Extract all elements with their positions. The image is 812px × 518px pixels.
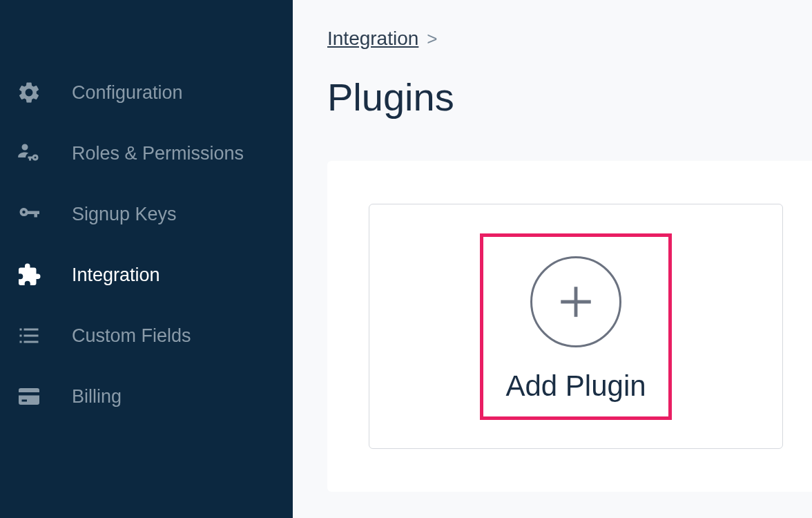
sidebar-item-custom-fields[interactable]: Custom Fields [0,305,293,366]
sidebar-item-signup-keys[interactable]: Signup Keys [0,184,293,244]
breadcrumb-separator: > [427,28,437,50]
main-content: Integration > Plugins Add Plugin [293,0,812,518]
sidebar-item-billing[interactable]: Billing [0,366,293,427]
sidebar-item-label: Integration [72,265,160,286]
puzzle-icon [15,261,43,289]
list-icon [15,322,43,349]
sidebar: Configuration Roles & Permissions Signup… [0,0,293,518]
sidebar-item-label: Configuration [72,82,183,104]
add-plugin-label: Add Plugin [505,370,646,403]
content-panel: Add Plugin [327,161,812,492]
key-icon [15,200,43,228]
plus-circle-icon [530,256,621,347]
sidebar-item-label: Billing [72,386,122,407]
add-plugin-highlight: Add Plugin [480,233,671,420]
sidebar-item-roles-permissions[interactable]: Roles & Permissions [0,123,293,184]
add-plugin-card[interactable]: Add Plugin [369,204,783,449]
sidebar-item-integration[interactable]: Integration [0,244,293,305]
user-key-icon [15,140,43,167]
credit-card-icon [15,383,43,410]
gear-icon [15,79,43,106]
page-title: Plugins [327,75,812,119]
sidebar-item-label: Custom Fields [72,325,191,347]
breadcrumb-link-integration[interactable]: Integration [327,28,418,50]
sidebar-item-configuration[interactable]: Configuration [0,62,293,123]
sidebar-item-label: Signup Keys [72,204,177,225]
breadcrumb: Integration > [327,28,812,50]
sidebar-item-label: Roles & Permissions [72,143,244,164]
